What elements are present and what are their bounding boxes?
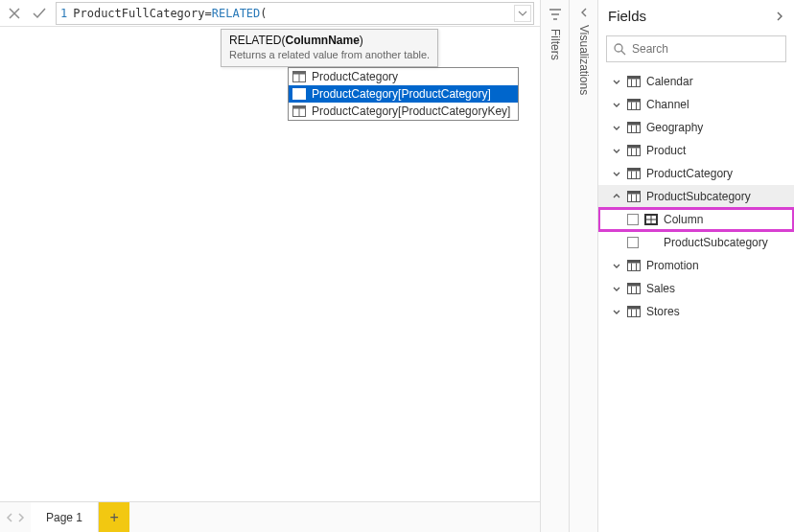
field-label: Sales: [646, 282, 675, 295]
field-table-product[interactable]: Product: [598, 139, 794, 162]
filters-icon: [549, 8, 562, 21]
field-label: ProductSubcategory: [646, 190, 751, 203]
svg-line-10: [621, 51, 625, 55]
suggestion-item[interactable]: ProductCategory: [289, 68, 518, 85]
svg-point-9: [615, 44, 622, 52]
commit-formula-button[interactable]: [31, 5, 48, 22]
formula-line-number: 1: [60, 7, 67, 20]
chevron-icon: [612, 307, 621, 316]
fields-search[interactable]: [606, 35, 786, 62]
column-icon: [644, 214, 658, 225]
intellisense-suggestions: ProductCategory ProductCategory[ProductC…: [288, 67, 519, 121]
svg-rect-44: [628, 284, 641, 287]
field-column-productsubcategory[interactable]: ProductSubcategory: [598, 231, 794, 254]
table-icon: [627, 260, 641, 271]
svg-rect-28: [628, 169, 641, 172]
field-table-productsubcategory[interactable]: ProductSubcategory: [598, 185, 794, 208]
tab-nav-next[interactable]: [17, 513, 25, 522]
svg-rect-20: [628, 123, 641, 126]
field-table-stores[interactable]: Stores: [598, 300, 794, 323]
page-tab-strip: Page 1 +: [0, 501, 540, 532]
search-icon: [613, 42, 626, 56]
chevron-icon: [612, 169, 621, 178]
table-icon: [627, 76, 641, 87]
field-label: Geography: [646, 121, 703, 134]
fields-tree: CalendarChannelGeographyProductProductCa…: [598, 70, 794, 532]
svg-rect-24: [628, 146, 641, 149]
suggestion-item[interactable]: ProductCategory[ProductCategoryKey]: [289, 103, 518, 120]
svg-rect-12: [628, 77, 641, 80]
field-checkbox[interactable]: [627, 214, 639, 225]
formula-text: ProductFullCategory=RELATED(: [73, 7, 267, 20]
table-icon: [627, 283, 641, 294]
filters-rail[interactable]: Filters: [540, 0, 569, 532]
fields-pane-title: Fields: [608, 8, 646, 24]
field-column-column[interactable]: Column: [598, 208, 794, 231]
field-label: ProductSubcategory: [664, 236, 768, 249]
page-tab[interactable]: Page 1: [31, 502, 99, 532]
chevron-icon: [612, 77, 621, 86]
field-label: Stores: [646, 305, 680, 318]
table-icon: [627, 99, 641, 110]
field-table-calendar[interactable]: Calendar: [598, 70, 794, 93]
chevron-icon: [612, 192, 621, 201]
field-label: ProductCategory: [646, 167, 733, 180]
intellisense-tooltip: RELATED(ColumnName) Returns a related va…: [221, 29, 438, 67]
table-icon: [627, 122, 641, 133]
fields-search-input[interactable]: [632, 42, 780, 56]
table-icon: [292, 70, 306, 83]
field-label: Product: [646, 144, 686, 157]
collapse-fields-icon[interactable]: [775, 11, 784, 22]
field-table-promotion[interactable]: Promotion: [598, 254, 794, 277]
svg-rect-32: [628, 192, 641, 195]
cancel-formula-button[interactable]: [6, 5, 23, 22]
chevron-icon: [612, 261, 621, 270]
filters-label: Filters: [549, 29, 562, 60]
chevron-icon: [612, 123, 621, 132]
chevron-icon: [612, 100, 621, 109]
tab-nav-prev[interactable]: [6, 513, 13, 522]
field-table-geography[interactable]: Geography: [598, 116, 794, 139]
table-icon: [627, 145, 641, 156]
formula-expand-toggle[interactable]: [514, 5, 531, 22]
table-icon: [292, 104, 306, 118]
field-label: Calendar: [646, 75, 693, 88]
field-label: Channel: [646, 98, 689, 111]
chevron-icon: [612, 146, 621, 155]
svg-rect-16: [628, 100, 641, 103]
field-label: Promotion: [646, 259, 699, 272]
suggestion-item[interactable]: ProductCategory[ProductCategory]: [289, 85, 518, 103]
table-icon: [292, 87, 306, 101]
chevron-icon: [612, 284, 621, 293]
fields-pane: Fields CalendarChannelGeographyProductPr…: [597, 0, 794, 532]
visualizations-label: Visualizations: [577, 25, 591, 95]
chevron-left-icon: [579, 8, 589, 17]
table-icon: [627, 191, 641, 202]
field-table-sales[interactable]: Sales: [598, 277, 794, 300]
add-page-button[interactable]: +: [99, 502, 129, 532]
visualizations-rail[interactable]: Visualizations: [569, 0, 597, 532]
field-table-channel[interactable]: Channel: [598, 93, 794, 116]
formula-bar[interactable]: 1 ProductFullCategory=RELATED(: [56, 2, 534, 25]
table-icon: [627, 168, 641, 179]
field-checkbox[interactable]: [627, 237, 639, 248]
svg-rect-48: [628, 307, 641, 310]
table-icon: [627, 306, 641, 317]
svg-rect-40: [628, 261, 641, 264]
field-table-productcategory[interactable]: ProductCategory: [598, 162, 794, 185]
field-label: Column: [664, 213, 703, 226]
